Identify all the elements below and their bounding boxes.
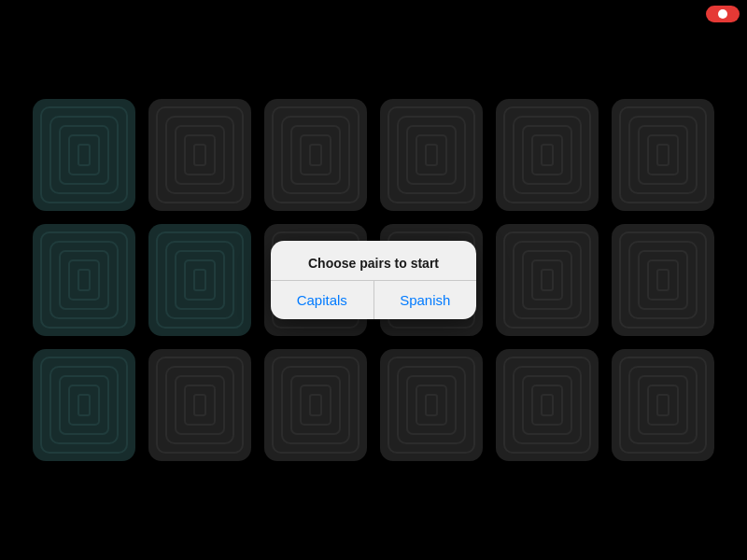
capitals-button[interactable]: Capitals bbox=[271, 281, 374, 319]
record-dot bbox=[718, 9, 727, 19]
modal-overlay: Choose pairs to start Capitals Spanish bbox=[0, 0, 747, 560]
choose-pairs-dialog: Choose pairs to start Capitals Spanish bbox=[271, 241, 476, 319]
dialog-title: Choose pairs to start bbox=[271, 241, 476, 280]
record-indicator bbox=[706, 6, 740, 22]
dialog-button-row: Capitals Spanish bbox=[271, 281, 476, 319]
spanish-button[interactable]: Spanish bbox=[374, 281, 477, 319]
